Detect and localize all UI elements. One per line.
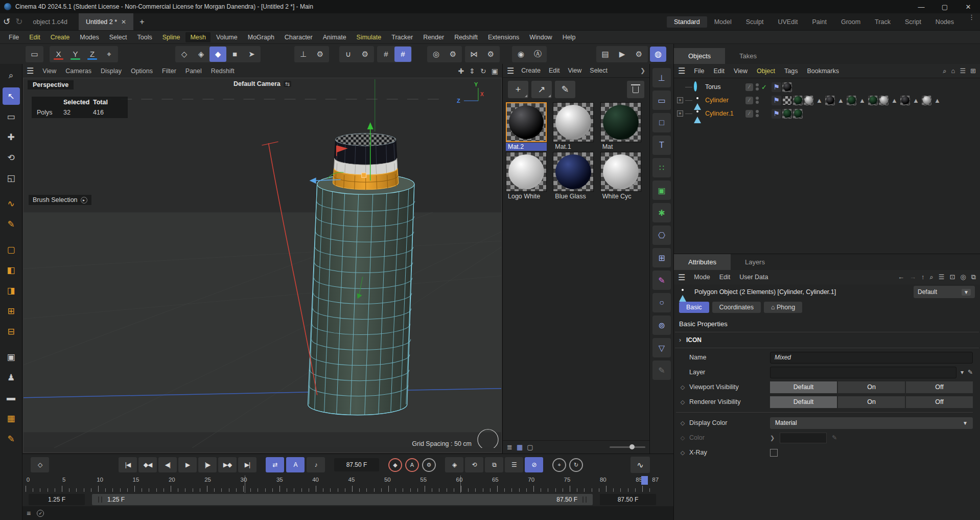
object-row[interactable]: + Cylinder ∕	[674, 94, 980, 107]
palette-tool-button[interactable]: ○	[652, 293, 671, 312]
material-view-mode-icon[interactable]: ▢	[527, 443, 533, 451]
tool-button[interactable]: ▬	[3, 389, 20, 406]
material-menu-item[interactable]: Select	[586, 65, 612, 76]
attribute-toolbar-icon[interactable]: ↑	[921, 273, 925, 281]
toolbar-button[interactable]: ◆	[209, 47, 226, 62]
menu-item[interactable]: Character	[280, 32, 317, 42]
palette-tool-button[interactable]: ▽	[652, 338, 671, 357]
attribute-toolbar-icon[interactable]: ◎	[960, 273, 966, 281]
palette-tool-button[interactable]: ▭	[652, 91, 671, 110]
enable-check-icon[interactable]: ✓	[761, 83, 768, 91]
palette-tool-button[interactable]: ⎔	[652, 225, 671, 245]
panel-tab[interactable]: Takes	[725, 48, 771, 64]
palette-tool-button[interactable]: ✎	[652, 270, 671, 290]
maximize-button[interactable]: ▢	[933, 0, 956, 13]
keying-option-button[interactable]: ⧉	[485, 457, 503, 472]
layer-field[interactable]	[770, 367, 956, 378]
layout-tab[interactable]: Model	[707, 16, 739, 28]
material-tool-button[interactable]: +	[508, 81, 528, 98]
interactive-record-button[interactable]: ↻	[569, 458, 583, 472]
object-burger-icon[interactable]: ☰	[678, 66, 685, 76]
attribute-menu-item[interactable]: Edit	[715, 272, 735, 282]
range-start-field[interactable]: 1.25 F	[29, 494, 85, 505]
timeline-ruler[interactable]: 0 5 10 15 20 25 30	[26, 476, 656, 493]
object-tag-icon[interactable]	[900, 96, 910, 105]
attribute-toolbar-icon[interactable]: ⧉	[971, 273, 976, 281]
viewport-canvas[interactable]: Y X Z Perspective Default Camera⇆	[23, 78, 502, 453]
animate-diamond-icon[interactable]: ◇	[676, 420, 689, 426]
name-field[interactable]: Mixed	[770, 352, 973, 364]
render-button[interactable]: ▶	[614, 47, 631, 62]
material-thumbnail[interactable]	[506, 152, 547, 192]
tool-button[interactable]: ⊟	[3, 323, 20, 340]
material-name[interactable]: Blue Glass	[553, 192, 594, 200]
close-tab-icon[interactable]: ✕	[121, 18, 126, 26]
layout-tab[interactable]: Paint	[805, 16, 834, 28]
tool-button[interactable]: ↖	[3, 87, 20, 105]
material-tile[interactable]: Mat.2	[506, 102, 552, 151]
object-name[interactable]: Cylinder	[705, 97, 729, 104]
toolbar-button[interactable]: Ⓐ	[529, 47, 546, 62]
visibility-option-button[interactable]: Off	[906, 381, 973, 393]
animate-diamond-icon[interactable]: ◇	[676, 384, 689, 391]
toolbar-button[interactable]: ∪	[340, 47, 357, 62]
palette-tool-button[interactable]: ⊥	[652, 68, 671, 87]
animate-diamond-icon[interactable]: ◇	[676, 399, 689, 405]
viewport-menu-item[interactable]: Options	[126, 66, 157, 76]
tool-button[interactable]: ✎	[3, 430, 20, 447]
object-tag-icon[interactable]	[847, 96, 856, 105]
attribute-toolbar-icon[interactable]: →	[909, 273, 916, 281]
object-menu-item[interactable]: Bookmarks	[802, 66, 844, 76]
layout-tab[interactable]: Track	[868, 16, 898, 28]
layout-menu-icon[interactable]: ⋮	[963, 13, 980, 30]
object-manager-icon[interactable]: ⌕	[943, 67, 946, 75]
thumbnail-size-slider[interactable]	[610, 446, 645, 448]
menu-item[interactable]: MoGraph	[243, 32, 279, 42]
material-thumbnail[interactable]	[553, 152, 594, 192]
object-menu-item[interactable]: Edit	[709, 66, 730, 76]
palette-tool-button[interactable]: ⊞	[652, 248, 671, 267]
tool-button[interactable]: ⊞	[3, 302, 20, 320]
menu-item[interactable]: Create	[46, 32, 75, 42]
menu-item[interactable]: Render	[418, 32, 449, 42]
section-tab[interactable]: ⌂ Phong	[764, 302, 802, 313]
brush-flyout-icon[interactable]: ▸	[81, 197, 87, 204]
menu-item[interactable]: Select	[105, 32, 132, 42]
material-menu-item[interactable]: View	[564, 65, 586, 76]
toolbar-button[interactable]: ◎	[428, 47, 445, 62]
object-tag-icon[interactable]: ▲	[932, 96, 942, 105]
viewport-menu-item[interactable]: Panel	[181, 66, 206, 76]
panel-tab[interactable]: Objects	[674, 48, 725, 64]
viewport-nav-icon[interactable]: ✚	[458, 67, 464, 75]
viewport-menu-item[interactable]: View	[38, 66, 61, 76]
keying-option-button[interactable]: ☰	[505, 457, 523, 472]
attribute-toolbar-icon[interactable]: ☰	[939, 273, 945, 281]
loop-playback-button[interactable]: ⇄	[266, 457, 284, 472]
current-frame-field[interactable]: 87.50 F	[334, 458, 379, 471]
layout-tab[interactable]: Script	[898, 16, 928, 28]
object-menu-item[interactable]: Tags	[780, 66, 802, 76]
tool-button[interactable]: ⟲	[3, 149, 20, 166]
edit-toggle-icon[interactable]: ∕	[745, 110, 753, 118]
toolbar-button[interactable]: ⋈	[465, 47, 482, 62]
palette-tool-button[interactable]: ⊚	[652, 315, 671, 335]
object-row[interactable]: + Cylinder.1 ∕	[674, 107, 980, 120]
material-name[interactable]: White Cyc	[600, 192, 641, 200]
tool-button[interactable]: ⌕	[3, 67, 20, 84]
document-tab[interactable]: Untitled 2 * ✕	[79, 13, 133, 30]
viewport-menu-item[interactable]: Display	[96, 66, 126, 76]
toolbar-button[interactable]: #	[378, 47, 394, 62]
material-name[interactable]: Mat.1	[553, 143, 594, 151]
object-menu-item[interactable]: Object	[752, 66, 780, 76]
viewport-menu-item[interactable]: Filter	[157, 66, 181, 76]
close-button[interactable]: ✕	[956, 0, 980, 13]
menu-item[interactable]: Tracker	[387, 32, 417, 42]
display-color-dropdown[interactable]: Material ▼	[770, 417, 973, 429]
visibility-dots-icon[interactable]	[756, 110, 759, 117]
toolbar-button[interactable]: ⊥	[295, 47, 312, 62]
viewport-menu-item[interactable]: Redshift	[206, 66, 239, 76]
toolbar-button[interactable]: ⚙	[445, 47, 461, 62]
keying-option-button[interactable]: ⊘	[525, 457, 543, 472]
menu-item[interactable]: Modes	[75, 32, 104, 42]
tool-button[interactable]: ♟	[3, 369, 20, 386]
